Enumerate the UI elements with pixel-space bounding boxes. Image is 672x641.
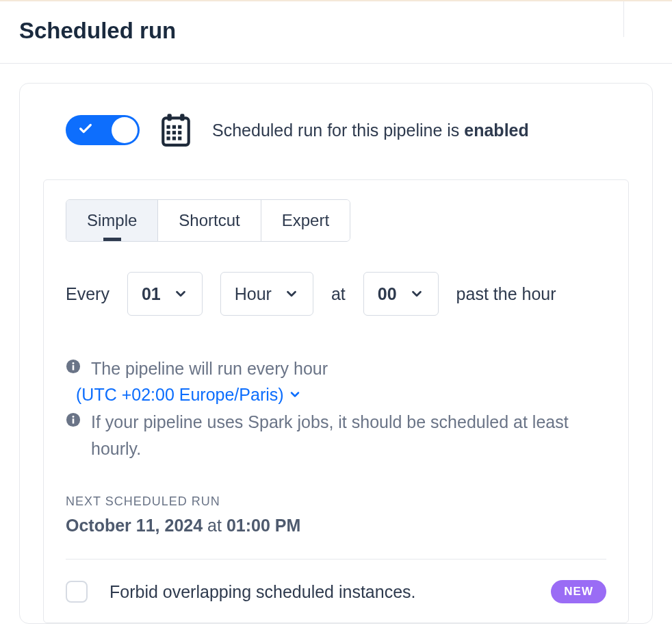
mode-tabs: Simple Shortcut Expert <box>66 199 350 242</box>
forbid-overlap-checkbox[interactable] <box>66 581 88 603</box>
svg-rect-3 <box>168 114 172 121</box>
svg-rect-6 <box>172 125 176 129</box>
at-label: at <box>331 284 346 304</box>
tab-expert[interactable]: Expert <box>261 200 350 241</box>
svg-rect-4 <box>180 114 184 121</box>
dialog-content: Scheduled run for this pipeline is enabl… <box>0 64 672 641</box>
chevron-down-icon <box>288 388 302 401</box>
check-icon <box>78 121 93 140</box>
svg-rect-19 <box>73 418 75 423</box>
next-run-value: October 11, 2024 at 01:00 PM <box>66 516 606 536</box>
next-run-label: NEXT SCHEDULED RUN <box>66 494 606 509</box>
next-run-at: at <box>203 516 227 535</box>
dialog-header: Scheduled run <box>0 0 672 64</box>
svg-rect-7 <box>178 125 181 129</box>
info-run-text: The pipeline will run every hour <box>91 355 328 382</box>
timezone-text: (UTC +02:00 Europe/Paris) <box>76 385 284 405</box>
chevron-down-icon <box>173 286 188 301</box>
svg-rect-16 <box>73 365 75 370</box>
minute-value: 00 <box>378 284 397 304</box>
divider <box>66 559 606 560</box>
settings-card: Scheduled run for this pipeline is enabl… <box>19 83 653 624</box>
interval-value: 01 <box>142 284 161 304</box>
status-row: Scheduled run for this pipeline is enabl… <box>66 111 604 149</box>
dialog-title: Scheduled run <box>19 18 176 44</box>
info-spark-text: If your pipeline uses Spark jobs, it sho… <box>91 409 606 462</box>
past-label: past the hour <box>456 284 556 304</box>
tab-shortcut[interactable]: Shortcut <box>158 200 261 241</box>
unit-value: Hour <box>235 284 272 304</box>
svg-point-17 <box>73 362 75 364</box>
svg-rect-5 <box>166 125 170 129</box>
schedule-panel: Simple Shortcut Expert Every 01 Hour at … <box>43 179 629 623</box>
enable-toggle[interactable] <box>66 115 140 145</box>
interval-select[interactable]: 01 <box>127 272 203 316</box>
calendar-icon <box>159 111 193 149</box>
svg-rect-10 <box>172 131 176 134</box>
svg-rect-9 <box>166 131 170 134</box>
svg-rect-14 <box>178 136 181 140</box>
minute-select[interactable]: 00 <box>363 272 439 316</box>
status-text: Scheduled run for this pipeline is enabl… <box>212 121 529 140</box>
next-run-date: October 11, 2024 <box>66 516 203 535</box>
chevron-down-icon <box>284 286 299 301</box>
next-run-time: 01:00 PM <box>227 516 300 535</box>
svg-rect-12 <box>166 136 170 140</box>
new-badge: NEW <box>551 580 606 603</box>
timezone-link[interactable]: (UTC +02:00 Europe/Paris) <box>76 385 302 405</box>
every-label: Every <box>66 284 109 304</box>
close-button[interactable] <box>623 1 651 37</box>
forbid-row: Forbid overlapping scheduled instances. … <box>66 580 606 603</box>
svg-rect-11 <box>178 131 181 134</box>
info-run: The pipeline will run every hour <box>66 355 606 382</box>
info-spark: If your pipeline uses Spark jobs, it sho… <box>66 409 606 462</box>
toggle-knob <box>112 117 138 143</box>
status-text-prefix: Scheduled run for this pipeline is <box>212 121 464 140</box>
unit-select[interactable]: Hour <box>220 272 313 316</box>
chevron-down-icon <box>409 286 424 301</box>
svg-point-20 <box>73 416 75 418</box>
svg-rect-13 <box>172 136 176 140</box>
status-text-state: enabled <box>464 121 528 140</box>
info-icon <box>66 412 81 427</box>
info-icon <box>66 359 81 374</box>
schedule-row: Every 01 Hour at 00 past the hour <box>66 272 606 316</box>
forbid-overlap-label: Forbid overlapping scheduled instances. <box>109 582 529 602</box>
tab-simple[interactable]: Simple <box>66 200 158 241</box>
